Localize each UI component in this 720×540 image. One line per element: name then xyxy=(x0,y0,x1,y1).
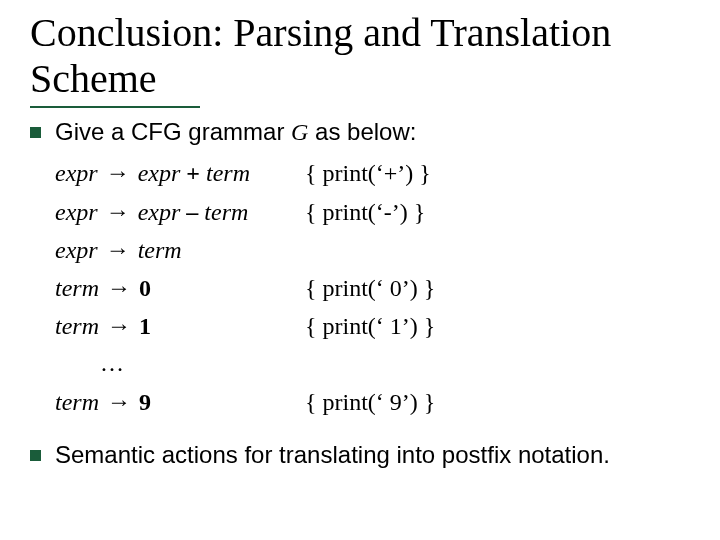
rule-nt: expr xyxy=(55,237,98,263)
bullet-2: Semantic actions for translating into po… xyxy=(30,439,700,471)
rule-5-action: { print(‘ 1’) } xyxy=(305,308,435,345)
rule-nt: expr xyxy=(55,160,98,186)
bullet-1-prefix: Give a CFG grammar xyxy=(55,118,291,145)
rule-3-production: expr → term xyxy=(55,231,305,269)
rule-last-production: term → 9 xyxy=(55,383,305,421)
rule-nt: term xyxy=(55,313,99,339)
rule-2-production: expr → expr – term xyxy=(55,193,305,231)
rule-2: expr → expr – term { print(‘-’) } xyxy=(55,193,700,231)
rule-op: – xyxy=(180,199,204,225)
square-bullet-icon xyxy=(30,450,41,461)
arrow-icon: → xyxy=(105,388,133,415)
slide-title: Conclusion: Parsing and Translation Sche… xyxy=(30,10,700,102)
rule-terminal: 9 xyxy=(139,389,151,415)
rule-ellipsis: … xyxy=(100,345,700,382)
rule-terminal: 1 xyxy=(139,313,151,339)
slide: Conclusion: Parsing and Translation Sche… xyxy=(0,0,720,540)
rule-3: expr → term xyxy=(55,231,700,269)
rule-nt: expr xyxy=(138,160,181,186)
arrow-icon: → xyxy=(104,198,132,225)
bullet-1: Give a CFG grammar G as below: xyxy=(30,116,700,148)
rule-4: term → 0 { print(‘ 0’) } xyxy=(55,269,700,307)
rule-nt: term xyxy=(55,389,99,415)
rule-nt: term xyxy=(55,275,99,301)
arrow-icon: → xyxy=(104,236,132,263)
rule-terminal: 0 xyxy=(139,275,151,301)
rule-op: + xyxy=(180,160,206,186)
bullet-1-text: Give a CFG grammar G as below: xyxy=(55,116,700,148)
rule-last-action: { print(‘ 9’) } xyxy=(305,384,435,421)
rule-nt: term xyxy=(206,160,250,186)
arrow-icon: → xyxy=(104,159,132,186)
rule-2-action: { print(‘-’) } xyxy=(305,194,425,231)
rule-4-production: term → 0 xyxy=(55,269,305,307)
bullet-2-text: Semantic actions for translating into po… xyxy=(55,439,700,471)
rule-1-production: expr → expr + term xyxy=(55,154,305,192)
bullet-1-grammar-symbol: G xyxy=(291,119,308,145)
rule-4-action: { print(‘ 0’) } xyxy=(305,270,435,307)
arrow-icon: → xyxy=(105,274,133,301)
square-bullet-icon xyxy=(30,127,41,138)
grammar-rules: expr → expr + term { print(‘+’) } expr →… xyxy=(55,154,700,420)
rule-5-production: term → 1 xyxy=(55,307,305,345)
rule-nt: term xyxy=(138,237,182,263)
title-underline xyxy=(30,106,200,108)
rule-5: term → 1 { print(‘ 1’) } xyxy=(55,307,700,345)
arrow-icon: → xyxy=(105,312,133,339)
rule-nt: expr xyxy=(55,199,98,225)
rule-1-action: { print(‘+’) } xyxy=(305,155,431,192)
bullet-1-suffix: as below: xyxy=(308,118,416,145)
rule-nt: expr xyxy=(138,199,181,225)
rule-last: term → 9 { print(‘ 9’) } xyxy=(55,383,700,421)
rule-1: expr → expr + term { print(‘+’) } xyxy=(55,154,700,192)
rule-nt: term xyxy=(204,199,248,225)
slide-body: Give a CFG grammar G as below: expr → ex… xyxy=(30,116,700,471)
